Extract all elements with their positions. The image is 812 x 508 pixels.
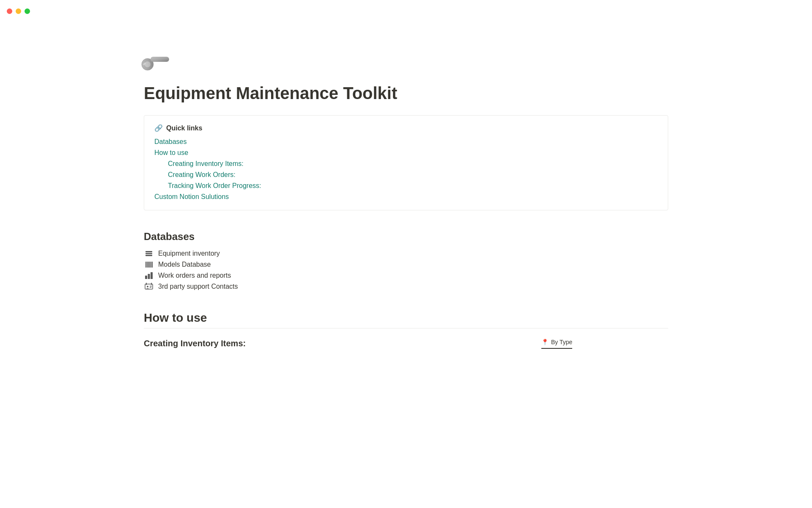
models-database-label: Models Database [158,261,211,268]
quick-links-box: 🔗 Quick links Databases How to use Creat… [144,115,668,210]
database-list: Equipment inventory Models Database [144,249,668,291]
svg-rect-6 [145,255,152,256]
by-type-label: By Type [551,339,572,345]
titlebar [0,0,812,22]
creating-inventory-heading: Creating Inventory Items: [144,339,398,348]
svg-rect-7 [145,262,146,268]
models-icon [144,260,154,269]
workorders-icon [144,271,154,280]
databases-section: Databases Equipment inventory [144,231,668,291]
quick-links-list: Databases How to use Creating Inventory … [154,137,658,202]
quick-link-tracking-work-orders[interactable]: Tracking Work Order Progress: [154,181,658,190]
page-icon [144,47,668,83]
how-to-use-section: How to use Creating Inventory Items: 📍 B… [144,311,668,353]
database-work-orders[interactable]: Work orders and reports [144,271,668,280]
how-to-use-heading: How to use [144,311,668,329]
database-models[interactable]: Models Database [144,260,668,269]
svg-rect-13 [145,276,147,279]
quick-link-how-to-use[interactable]: How to use [154,148,658,157]
svg-rect-8 [147,262,148,268]
main-content: Equipment Maintenance Toolkit 🔗 Quick li… [0,22,812,401]
svg-rect-21 [150,287,151,288]
svg-rect-10 [149,262,150,268]
svg-rect-2 [151,57,169,62]
database-contacts[interactable]: 3rd party support Contacts [144,282,668,291]
svg-rect-11 [151,262,151,268]
quick-link-creating-work-orders[interactable]: Creating Work Orders: [154,170,658,179]
quick-link-custom-notion[interactable]: Custom Notion Sulutions [154,192,658,202]
maximize-button[interactable] [25,8,30,14]
page-title: Equipment Maintenance Toolkit [144,83,668,103]
svg-rect-14 [148,274,150,279]
svg-rect-17 [146,283,147,285]
close-button[interactable] [7,8,12,14]
equipment-inventory-label: Equipment inventory [158,250,220,257]
database-equipment-inventory[interactable]: Equipment inventory [144,249,668,258]
contacts-icon [144,282,154,291]
equipment-icon [144,249,154,258]
svg-rect-5 [145,253,152,254]
svg-point-19 [147,286,148,287]
link-icon: 🔗 [154,124,163,132]
quick-links-title: Quick links [166,124,202,132]
svg-rect-12 [152,262,153,268]
quick-link-databases[interactable]: Databases [154,137,658,146]
bottom-left: Creating Inventory Items: [144,339,398,353]
svg-rect-20 [150,286,152,287]
work-orders-label: Work orders and reports [158,272,231,279]
contacts-label: 3rd party support Contacts [158,283,238,290]
svg-rect-9 [148,262,149,268]
databases-heading: Databases [144,231,668,243]
minimize-button[interactable] [16,8,21,14]
quick-link-creating-inventory[interactable]: Creating Inventory Items: [154,159,658,168]
bottom-right: 📍 By Type [414,339,668,349]
location-pin-icon: 📍 [541,339,549,345]
quick-links-header: 🔗 Quick links [154,124,658,132]
svg-rect-4 [145,251,152,252]
svg-rect-18 [151,283,152,285]
svg-rect-15 [151,272,153,279]
bottom-section: Creating Inventory Items: 📍 By Type [144,339,668,353]
by-type-tab[interactable]: 📍 By Type [541,339,572,349]
